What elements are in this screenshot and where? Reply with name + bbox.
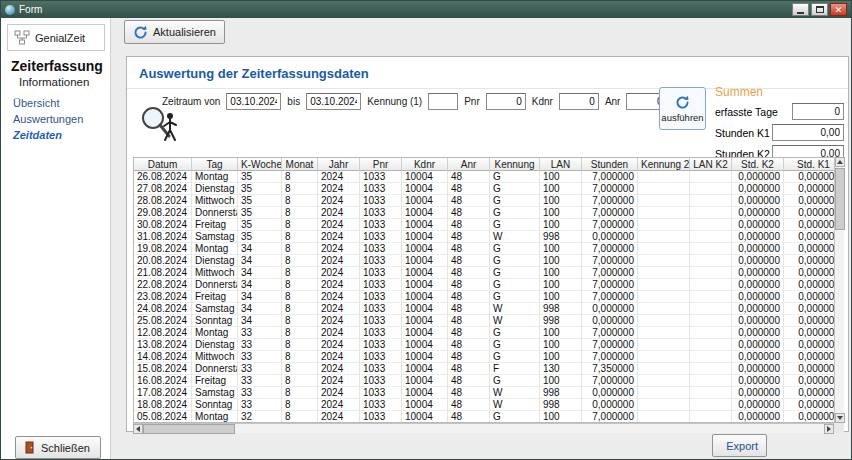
table-cell: 35: [238, 195, 282, 207]
table-cell: 2024: [318, 375, 360, 387]
table-cell: [690, 267, 732, 279]
column-header[interactable]: Datum: [134, 158, 192, 171]
zeitraum-bis-input[interactable]: [306, 93, 361, 110]
table-row[interactable]: 30.08.2024Freitag358202410331000448G1007…: [134, 219, 835, 231]
table-row[interactable]: 16.08.2024Freitag338202410331000448G1007…: [134, 375, 835, 387]
sidebar-item-zeitdaten[interactable]: Zeitdaten: [13, 129, 62, 141]
table-cell: 1033: [360, 363, 402, 375]
table-cell: Donnerstag: [192, 279, 238, 291]
stunden-k1-value[interactable]: [772, 124, 844, 141]
table-row[interactable]: 31.08.2024Samstag358202410331000448W9980…: [134, 231, 835, 243]
table-row[interactable]: 13.08.2024Dienstag338202410331000448G100…: [134, 339, 835, 351]
horizontal-scrollbar[interactable]: [133, 423, 834, 433]
schliessen-button[interactable]: Schließen: [15, 436, 101, 459]
table-cell: 0,000000: [784, 231, 835, 243]
scroll-up-button[interactable]: [835, 157, 845, 167]
table-cell: [690, 183, 732, 195]
column-header[interactable]: Tag: [192, 158, 238, 171]
table-cell: 998: [540, 315, 582, 327]
table-row[interactable]: 05.08.2024Montag328202410331000448G1007,…: [134, 411, 835, 423]
table-row[interactable]: 12.08.2024Montag338202410331000448G1007,…: [134, 327, 835, 339]
sidebar-item-auswertungen[interactable]: Auswertungen: [13, 113, 83, 125]
table-row[interactable]: 27.08.2024Dienstag358202410331000448G100…: [134, 183, 835, 195]
titlebar: Form: [1, 1, 851, 18]
window-controls: [792, 3, 847, 16]
column-header[interactable]: Stunden: [582, 158, 638, 171]
table-cell: 0,000000: [732, 363, 784, 375]
table-cell: [690, 219, 732, 231]
table-cell: 10004: [402, 375, 448, 387]
column-header[interactable]: Std. K2: [732, 158, 784, 171]
erfasste-tage-value[interactable]: [792, 103, 844, 120]
table-cell: 8: [282, 171, 318, 183]
table-cell: 17.08.2024: [134, 387, 192, 399]
scroll-left-icon: [136, 426, 140, 432]
column-header[interactable]: LAN: [540, 158, 582, 171]
ausfuehren-button[interactable]: ausführen: [659, 87, 706, 130]
table-cell: [638, 387, 690, 399]
close-button[interactable]: [830, 3, 847, 16]
table-cell: Mittwoch: [192, 267, 238, 279]
table-cell: 998: [540, 231, 582, 243]
table-row[interactable]: 26.08.2024Montag358202410331000448G1007,…: [134, 171, 835, 183]
column-header[interactable]: Monat: [282, 158, 318, 171]
column-header[interactable]: Pnr: [360, 158, 402, 171]
zeitraum-von-input[interactable]: [226, 93, 281, 110]
table-row[interactable]: 21.08.2024Mittwoch348202410331000448G100…: [134, 267, 835, 279]
table-cell: 0,000000: [732, 279, 784, 291]
table-cell: G: [490, 243, 540, 255]
column-header[interactable]: Std. K1: [784, 158, 835, 171]
sidebar-item-uebersicht[interactable]: Übersicht: [13, 97, 59, 109]
app-window: Form GenialZeit Zeiterfassung Informatio…: [0, 0, 852, 460]
table-row[interactable]: 22.08.2024Donnerstag348202410331000448G1…: [134, 279, 835, 291]
scroll-down-button[interactable]: [835, 413, 845, 423]
horizontal-scroll-thumb[interactable]: [143, 424, 235, 434]
table-cell: 8: [282, 303, 318, 315]
maximize-button[interactable]: [811, 3, 828, 16]
table-cell: [638, 327, 690, 339]
column-header[interactable]: LAN K2: [690, 158, 732, 171]
table-cell: 34: [238, 303, 282, 315]
kennung-input[interactable]: [428, 93, 458, 110]
table-cell: 10004: [402, 195, 448, 207]
table-row[interactable]: 14.08.2024Mittwoch338202410331000448G100…: [134, 351, 835, 363]
column-header[interactable]: Kdnr: [402, 158, 448, 171]
aktualisieren-button[interactable]: Aktualisieren: [124, 20, 225, 44]
table-row[interactable]: 20.08.2024Dienstag348202410331000448G100…: [134, 255, 835, 267]
column-header[interactable]: Kennung 2: [638, 158, 690, 171]
table-cell: 7,000000: [582, 255, 638, 267]
export-button[interactable]: Export: [712, 434, 767, 457]
horizontal-scroll-track[interactable]: [235, 424, 824, 433]
table-row[interactable]: 19.08.2024Montag348202410331000448G1007,…: [134, 243, 835, 255]
table-cell: 10004: [402, 363, 448, 375]
table-row[interactable]: 18.08.2024Sonntag338202410331000448W9980…: [134, 399, 835, 411]
table-cell: 21.08.2024: [134, 267, 192, 279]
table-cell: 0,000000: [784, 267, 835, 279]
vertical-scrollbar[interactable]: [834, 157, 844, 423]
column-header[interactable]: K-Woche: [238, 158, 282, 171]
scroll-left-button[interactable]: [133, 424, 143, 434]
pnr-input[interactable]: [486, 93, 526, 110]
column-header[interactable]: Jahr: [318, 158, 360, 171]
column-header[interactable]: Anr: [448, 158, 490, 171]
table-row[interactable]: 15.08.2024Donnerstag338202410331000448F1…: [134, 363, 835, 375]
table-cell: 35: [238, 231, 282, 243]
table-cell: G: [490, 375, 540, 387]
table-row[interactable]: 24.08.2024Samstag348202410331000448W9980…: [134, 303, 835, 315]
table-row[interactable]: 25.08.2024Sonntag348202410331000448W9980…: [134, 315, 835, 327]
table-cell: 48: [448, 387, 490, 399]
scroll-right-button[interactable]: [824, 424, 834, 434]
zeitdaten-table: DatumTagK-WocheMonatJahrPnrKdnrAnrKennun…: [133, 157, 844, 423]
table-row[interactable]: 23.08.2024Freitag348202410331000448G1007…: [134, 291, 835, 303]
table-cell: 8: [282, 351, 318, 363]
table-cell: 7,000000: [582, 411, 638, 423]
vertical-scroll-thumb[interactable]: [835, 168, 845, 230]
kdnr-input[interactable]: [559, 93, 599, 110]
table-row[interactable]: 17.08.2024Samstag338202410331000448W9980…: [134, 387, 835, 399]
column-header[interactable]: Kennung: [490, 158, 540, 171]
minimize-button[interactable]: [792, 3, 809, 16]
table-cell: [690, 171, 732, 183]
table-row[interactable]: 28.08.2024Mittwoch358202410331000448G100…: [134, 195, 835, 207]
table-row[interactable]: 29.08.2024Donnerstag358202410331000448G1…: [134, 207, 835, 219]
table-cell: [690, 231, 732, 243]
